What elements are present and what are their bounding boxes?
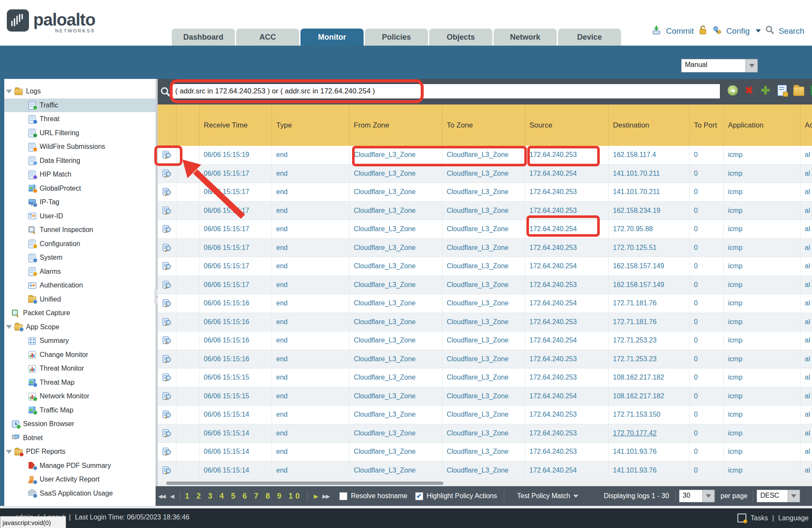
cell-destination[interactable]: 108.162.217.182 (609, 368, 690, 387)
expand-caret-icon[interactable] (6, 450, 12, 454)
cell-to-zone[interactable]: Cloudflare_L3_Zone (442, 424, 525, 443)
search-button[interactable]: Search (779, 26, 804, 36)
cell-source[interactable]: 172.64.240.253 (525, 368, 609, 387)
sidebar-item-traffic-map[interactable]: Traffic Map (0, 403, 156, 418)
cell-type[interactable]: end (272, 313, 350, 331)
cell-action[interactable]: al (800, 443, 812, 461)
cell-action[interactable]: al (800, 257, 812, 276)
cell-to-port[interactable]: 0 (690, 387, 724, 406)
log-detail-icon[interactable] (158, 146, 176, 164)
cell-from-zone[interactable]: Cloudflare_L3_Zone (350, 331, 442, 350)
cell-from-zone[interactable]: Cloudflare_L3_Zone (350, 146, 442, 164)
cell-action[interactable]: al (800, 294, 812, 313)
cell-to-port[interactable]: 0 (690, 294, 724, 313)
sidebar-item-summary[interactable]: Summary (0, 334, 156, 348)
log-detail-icon[interactable] (158, 368, 176, 387)
cell-to-zone[interactable]: Cloudflare_L3_Zone (442, 165, 525, 183)
log-detail-icon[interactable] (158, 239, 176, 257)
sidebar-item-session-browser[interactable]: Session Browser (0, 417, 156, 431)
cell-source[interactable]: 172.64.240.254 (525, 220, 609, 238)
cell-action[interactable]: al (800, 239, 812, 257)
cell-application[interactable]: icmp (724, 368, 800, 387)
per-page-caret-icon[interactable] (702, 490, 714, 502)
sidebar-item-traffic[interactable]: Traffic (0, 99, 156, 113)
cell-source[interactable]: 172.64.240.253 (525, 443, 609, 461)
sidebar-item-alarms[interactable]: Alarms (0, 265, 156, 279)
cell-receive-time[interactable]: 06/06 15:15:16 (199, 313, 272, 331)
cell-type[interactable]: end (272, 294, 350, 313)
cell-to-port[interactable]: 0 (690, 220, 724, 238)
cell-application[interactable]: icmp (724, 294, 800, 313)
cell-from-zone[interactable]: Cloudflare_L3_Zone (350, 183, 442, 201)
cell-receive-time[interactable]: 06/06 15:15:16 (199, 294, 272, 313)
sidebar-item-network-monitor[interactable]: Network Monitor (0, 389, 156, 403)
refresh-interval-select[interactable]: Manual (681, 59, 758, 73)
cell-to-zone[interactable]: Cloudflare_L3_Zone (442, 276, 525, 294)
cell-source[interactable]: 172.64.240.253 (525, 183, 609, 201)
cell-action[interactable]: al (800, 146, 812, 164)
column-header-to-port[interactable]: To Port (690, 104, 724, 146)
sidebar-item-packet-capture[interactable]: Packet Capture (0, 306, 156, 320)
expand-caret-icon[interactable] (6, 325, 12, 329)
sidebar-item-unified[interactable]: Unified (0, 293, 156, 307)
highlight-policy-checkbox[interactable]: ✔ (415, 492, 423, 500)
column-header-to-zone[interactable]: To Zone (442, 104, 525, 146)
cell-from-zone[interactable]: Cloudflare_L3_Zone (350, 424, 442, 443)
next-page-icon[interactable]: ▶ (311, 493, 320, 499)
cell-to-port[interactable]: 0 (690, 331, 724, 350)
cell-receive-time[interactable]: 06/06 15:15:16 (199, 350, 272, 368)
sort-order-select[interactable]: DESC (757, 490, 800, 502)
cell-destination[interactable]: 108.162.217.182 (609, 387, 690, 406)
cell-to-port[interactable]: 0 (690, 202, 724, 220)
cell-from-zone[interactable]: Cloudflare_L3_Zone (350, 313, 442, 331)
load-filter-icon[interactable] (793, 87, 804, 96)
tab-acc[interactable]: ACC (236, 29, 299, 46)
cell-source[interactable]: 172.64.240.253 (525, 276, 609, 294)
cell-to-zone[interactable]: Cloudflare_L3_Zone (442, 183, 525, 201)
cell-destination[interactable]: 162.158.234.19 (609, 202, 690, 220)
cell-application[interactable]: icmp (724, 350, 800, 368)
cell-to-zone[interactable]: Cloudflare_L3_Zone (442, 387, 525, 406)
log-detail-icon[interactable] (158, 165, 176, 183)
cell-destination[interactable]: 172.71.181.76 (609, 294, 690, 313)
cell-source[interactable]: 172.64.240.253 (525, 313, 609, 331)
cell-receive-time[interactable]: 06/06 15:15:17 (199, 202, 272, 220)
cell-destination[interactable]: 172.71.253.23 (609, 350, 690, 368)
cell-from-zone[interactable]: Cloudflare_L3_Zone (350, 257, 442, 276)
cell-from-zone[interactable]: Cloudflare_L3_Zone (350, 239, 442, 257)
commit-button[interactable]: Commit (666, 26, 694, 36)
cell-receive-time[interactable]: 06/06 15:15:17 (199, 257, 272, 276)
cell-to-port[interactable]: 0 (690, 424, 724, 443)
sidebar-item-authentication[interactable]: Authentication (0, 279, 156, 293)
cell-from-zone[interactable]: Cloudflare_L3_Zone (350, 406, 442, 424)
column-header-source[interactable]: Source (525, 104, 609, 146)
cell-destination[interactable]: 172.70.177.42 (609, 424, 690, 443)
sidebar-item-threat-map[interactable]: Threat Map (0, 376, 156, 390)
log-detail-icon[interactable] (158, 406, 176, 424)
cell-destination[interactable]: 141.101.70.211 (609, 165, 690, 183)
refresh-interval-caret-icon[interactable] (746, 59, 757, 72)
cell-application[interactable]: icmp (724, 257, 800, 276)
lock-icon[interactable] (698, 25, 708, 37)
cell-source[interactable]: 172.64.240.253 (525, 350, 609, 368)
page-numbers[interactable]: 1 2 3 4 5 6 7 8 9 10 (185, 492, 302, 501)
cell-destination[interactable]: 172.71.181.76 (609, 313, 690, 331)
cell-type[interactable]: end (272, 406, 350, 424)
sidebar-item-logs[interactable]: Logs (0, 84, 156, 99)
cell-to-zone[interactable]: Cloudflare_L3_Zone (442, 257, 525, 276)
cell-type[interactable]: end (272, 424, 350, 443)
cell-type[interactable]: end (272, 368, 350, 387)
cell-application[interactable]: icmp (724, 387, 800, 406)
sidebar-item-threat[interactable]: Threat (0, 112, 156, 126)
cell-from-zone[interactable]: Cloudflare_L3_Zone (350, 276, 442, 294)
cell-application[interactable]: icmp (724, 276, 800, 294)
cell-application[interactable]: icmp (724, 331, 800, 350)
cell-receive-time[interactable]: 06/06 15:15:17 (199, 220, 272, 238)
tab-policies[interactable]: Policies (365, 29, 428, 46)
cell-to-port[interactable]: 0 (690, 257, 724, 276)
cell-application[interactable]: icmp (724, 165, 800, 183)
cell-receive-time[interactable]: 06/06 15:15:19 (199, 146, 272, 164)
cell-application[interactable]: icmp (724, 461, 800, 480)
config-menu[interactable]: Config (726, 26, 750, 36)
cell-to-zone[interactable]: Cloudflare_L3_Zone (442, 294, 525, 313)
